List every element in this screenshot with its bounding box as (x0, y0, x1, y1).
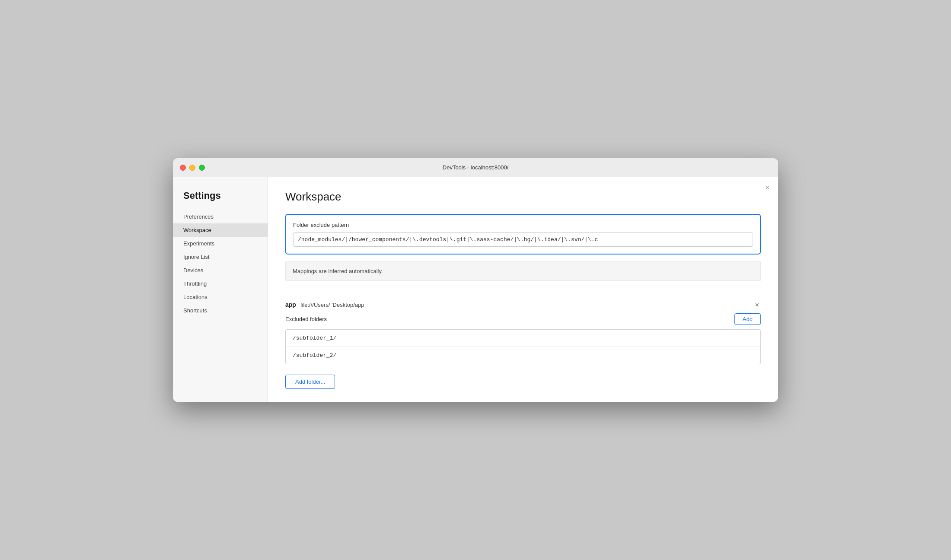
close-button[interactable] (180, 165, 186, 171)
list-item: /subfolder_1/ (286, 330, 760, 347)
mappings-info-bar: Mappings are inferred automatically. (285, 261, 761, 281)
sidebar-item-throttling[interactable]: Throttling (173, 277, 268, 290)
add-folder-button[interactable]: Add folder... (285, 375, 335, 389)
section-divider-1 (285, 288, 761, 288)
excluded-folders-label: Excluded folders (285, 316, 327, 322)
sidebar-item-preferences[interactable]: Preferences (173, 210, 268, 223)
sidebar-item-workspace[interactable]: Workspace (173, 223, 268, 237)
devtools-window: DevTools - localhost:8000/ Settings Pref… (173, 158, 778, 402)
add-excluded-folder-button[interactable]: Add (734, 313, 761, 325)
sidebar-item-experiments[interactable]: Experiments (173, 237, 268, 250)
maximize-button[interactable] (199, 165, 205, 171)
folder-exclude-label: Folder exclude pattern (293, 222, 753, 228)
main-content: × Workspace Folder exclude pattern Mappi… (268, 177, 778, 402)
dialog-close-button[interactable]: × (766, 184, 769, 192)
workspace-path: file:///Users/ 'Desktop/app (300, 302, 364, 308)
mappings-text: Mappings are inferred automatically. (293, 268, 383, 274)
list-item: /subfolder_2/ (286, 347, 760, 364)
traffic-lights (180, 165, 205, 171)
sidebar: Settings Preferences Workspace Experimen… (173, 177, 268, 402)
sidebar-heading: Settings (173, 186, 268, 210)
sidebar-item-locations[interactable]: Locations (173, 290, 268, 304)
minimize-button[interactable] (189, 165, 195, 171)
excluded-folders-list: /subfolder_1/ /subfolder_2/ (285, 329, 761, 364)
sidebar-item-ignore-list[interactable]: Ignore List (173, 250, 268, 264)
sidebar-item-devices[interactable]: Devices (173, 264, 268, 277)
workspace-entry-left: app file:///Users/ 'Desktop/app (285, 301, 364, 308)
window-body: Settings Preferences Workspace Experimen… (173, 177, 778, 402)
workspace-remove-button[interactable]: × (753, 301, 761, 309)
excluded-folders-row: Excluded folders Add (285, 313, 761, 325)
sidebar-item-shortcuts[interactable]: Shortcuts (173, 304, 268, 317)
page-title: Workspace (285, 190, 761, 204)
window-title: DevTools - localhost:8000/ (443, 164, 508, 171)
folder-exclude-section: Folder exclude pattern (285, 214, 761, 255)
workspace-name: app (285, 301, 296, 308)
workspace-entry: app file:///Users/ 'Desktop/app × (285, 295, 761, 313)
titlebar: DevTools - localhost:8000/ (173, 158, 778, 177)
folder-exclude-input[interactable] (293, 232, 753, 247)
